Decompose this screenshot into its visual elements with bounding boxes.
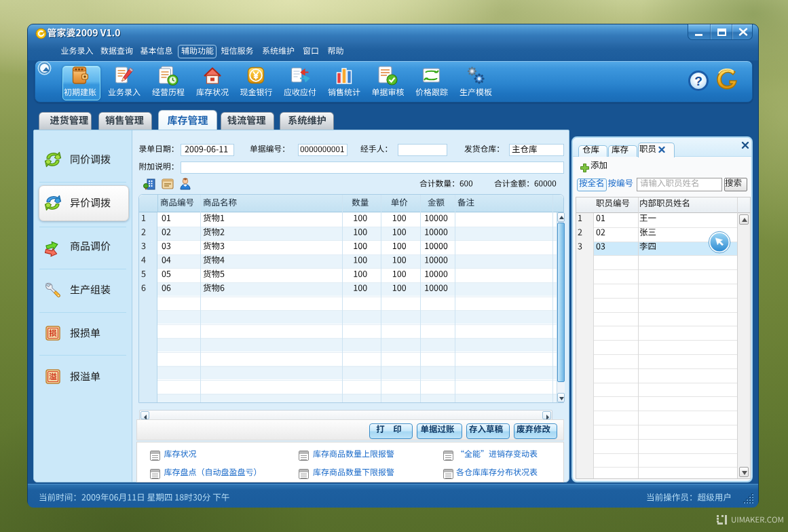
svg-text:?: ? (694, 74, 702, 88)
